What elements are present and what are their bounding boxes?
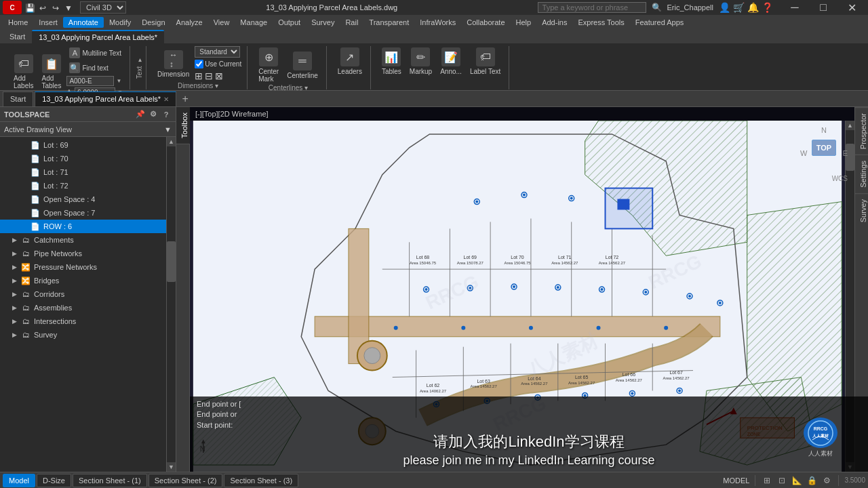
svg-point-104	[808, 421, 833, 445]
qa-undo[interactable]: ↩	[37, 3, 48, 14]
menu-express[interactable]: Express Tools	[572, 17, 629, 28]
menu-manage[interactable]: Manage	[235, 17, 273, 28]
product-select[interactable]: Civil 3D	[80, 1, 126, 14]
menu-featured[interactable]: Featured Apps	[630, 17, 690, 28]
menu-annotate[interactable]: Annotate	[63, 17, 104, 28]
tab-section-3[interactable]: Section Sheet - (3)	[224, 474, 298, 487]
lock-icon[interactable]: 🔒	[806, 474, 818, 487]
tree-bridges[interactable]: ▶ 🔀 Bridges	[0, 274, 166, 287]
menu-home[interactable]: Home	[3, 17, 33, 28]
svg-text:Lot 63: Lot 63	[477, 379, 490, 384]
markup-button[interactable]: ✏ Markup	[407, 46, 435, 77]
anno-button[interactable]: 📝 Anno...	[437, 46, 465, 77]
add-labels-button[interactable]: 🏷 AddLabels	[11, 53, 36, 91]
survey-side-tab[interactable]: Survey	[855, 193, 869, 228]
menu-addins[interactable]: Add-ins	[536, 17, 572, 28]
menu-analyze[interactable]: Analyze	[171, 17, 208, 28]
leaders-button[interactable]: ↗ Leaders	[335, 46, 365, 77]
tree-catchments[interactable]: ▶ 🗂 Catchments	[0, 233, 166, 247]
snap-icon[interactable]: ⊡	[776, 474, 788, 487]
text-style-row: ▼	[66, 76, 124, 86]
tree-open-space-4[interactable]: 📄 Open Space : 4	[0, 192, 166, 206]
dim-style-select[interactable]: Standard	[195, 46, 240, 58]
multiline-text-button[interactable]: A Multiline Text	[66, 46, 124, 60]
ribbon-tab-start[interactable]: Start	[3, 30, 32, 43]
tree-open-space-7[interactable]: 📄 Open Space : 7	[0, 206, 166, 220]
tab-dsize[interactable]: D-Size	[37, 474, 71, 487]
settings-icon[interactable]: ⚙	[821, 474, 833, 487]
tree-lot-70[interactable]: 📄 Lot : 70	[0, 152, 166, 165]
maximize-button[interactable]: □	[810, 0, 837, 15]
menu-rail[interactable]: Rail	[340, 17, 363, 28]
ribbon-tab-drawing[interactable]: 13_03 Applying Parcel Area Labels*	[32, 30, 164, 43]
corridors-icon: 🗂	[20, 289, 31, 300]
menu-infraworks[interactable]: InfraWorks	[414, 17, 461, 28]
ortho-icon[interactable]: 📐	[791, 474, 803, 487]
toolbox-tab[interactable]: Toolbox	[176, 107, 190, 144]
ts-scroll-thumb[interactable]	[167, 241, 176, 282]
text-style-input[interactable]	[66, 76, 114, 86]
dimension-button[interactable]: ↔↕ Dimension	[155, 49, 192, 79]
drawing-canvas[interactable]: [-][Top][2D Wireframe]	[190, 107, 868, 472]
menu-output[interactable]: Output	[273, 17, 306, 28]
tree-row-6[interactable]: 📄 ROW : 6	[0, 220, 166, 233]
top-view-button[interactable]: TOP	[812, 140, 836, 156]
tab-drawing[interactable]: 13_03 Applying Parcel Area Labels* ✕	[35, 92, 176, 106]
menu-help[interactable]: Help	[511, 17, 537, 28]
minimize-button[interactable]: ─	[781, 0, 808, 15]
tab-close-icon[interactable]: ✕	[163, 96, 169, 103]
centerline-button[interactable]: ═ Centerline	[284, 50, 321, 81]
menu-insert[interactable]: Insert	[33, 17, 63, 28]
close-button[interactable]: ✕	[838, 0, 865, 15]
tab-section-2[interactable]: Section Sheet - (2)	[149, 474, 223, 487]
tree-assemblies[interactable]: ▶ 🗂 Assemblies	[0, 301, 166, 314]
ts-settings-icon[interactable]: ⚙	[148, 109, 159, 120]
settings-tab[interactable]: Settings	[855, 155, 869, 193]
find-text-button[interactable]: 🔍 Find text	[66, 61, 124, 75]
text-style-arrow[interactable]: ▼	[116, 78, 121, 84]
ts-pin-icon[interactable]: 📌	[135, 109, 146, 120]
menu-survey[interactable]: Survey	[306, 17, 340, 28]
nav-cube[interactable]: N E W TOP	[800, 126, 848, 180]
menu-design[interactable]: Design	[136, 17, 170, 28]
ts-help-icon[interactable]: ?	[161, 109, 172, 120]
menu-transparent[interactable]: Transparent	[363, 17, 414, 28]
app-product-dropdown[interactable]: Civil 3D	[80, 1, 126, 14]
menu-view[interactable]: View	[208, 17, 235, 28]
label-text-button[interactable]: 🏷 Label Text	[467, 46, 503, 77]
add-tab-button[interactable]: +	[178, 92, 193, 106]
qa-redo[interactable]: ↪	[50, 3, 61, 14]
viewport-label: [-][Top][2D Wireframe]	[195, 110, 269, 118]
ts-scroll-down[interactable]: ▼	[167, 462, 176, 472]
tree-lot-72[interactable]: 📄 Lot : 72	[0, 179, 166, 192]
tab-start[interactable]: Start	[3, 92, 33, 106]
grid-icon[interactable]: ⊞	[761, 474, 773, 487]
tree-lot-69[interactable]: 📄 Lot : 69	[0, 138, 166, 152]
tab-section-1[interactable]: Section Sheet - (1)	[73, 474, 147, 487]
qa-save[interactable]: 💾	[24, 3, 35, 14]
center-mark-button[interactable]: ⊕ CenterMark	[256, 46, 281, 84]
tree-survey[interactable]: ▶ 🗂 Survey	[0, 328, 166, 342]
menu-collaborate[interactable]: Collaborate	[461, 17, 510, 28]
title-bar: C 💾 ↩ ↪ ▼ Civil 3D 13_03 Applying Parcel…	[0, 0, 868, 15]
ts-scroll-up[interactable]: ▲	[167, 137, 176, 146]
tree-corridors[interactable]: ▶ 🗂 Corridors	[0, 287, 166, 301]
tree-intersections[interactable]: ▶ 🗂 Intersections	[0, 314, 166, 328]
ts-view-select[interactable]: Active Drawing View ▼	[0, 122, 176, 137]
search-input[interactable]	[538, 2, 646, 13]
svg-point-62	[601, 288, 604, 291]
tables-button[interactable]: 📊 Tables	[379, 46, 404, 77]
dim-opt3[interactable]: ⊠	[215, 70, 223, 81]
tree-pipe-networks[interactable]: ▶ 🗂 Pipe Networks	[0, 247, 166, 260]
tree-pressure-networks[interactable]: ▶ 🔀 Pressure Networks	[0, 260, 166, 274]
qa-more[interactable]: ▼	[63, 3, 74, 14]
menu-modify[interactable]: Modify	[104, 17, 136, 28]
dim-opt2[interactable]: ⊟	[205, 70, 213, 81]
prospector-tab[interactable]: Prospector	[855, 107, 869, 155]
dim-opt1[interactable]: ⊞	[195, 70, 203, 81]
use-current-check[interactable]	[195, 60, 203, 68]
tab-model[interactable]: Model	[3, 474, 35, 487]
search-icon[interactable]: 🔍	[652, 3, 662, 12]
tree-lot-71[interactable]: 📄 Lot : 71	[0, 165, 166, 179]
add-tables-button[interactable]: 📋 AddTables	[39, 53, 64, 91]
